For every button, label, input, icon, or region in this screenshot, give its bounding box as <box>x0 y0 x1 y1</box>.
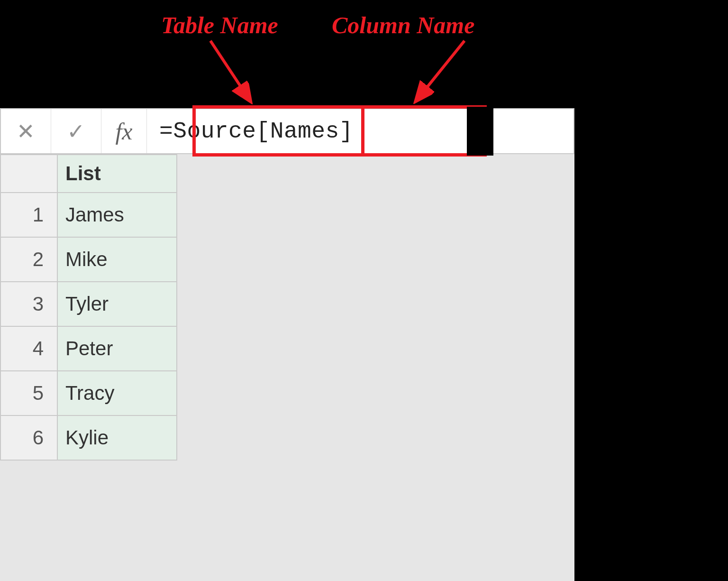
check-icon: ✓ <box>67 119 85 144</box>
formula-prefix: = <box>159 119 173 144</box>
table-row: 6 Kylie <box>0 415 177 460</box>
annotation-column-name: Column Name <box>332 11 474 39</box>
cell-value[interactable]: James <box>57 193 177 237</box>
row-number[interactable]: 4 <box>0 326 57 371</box>
formula-table-name: Source <box>173 119 256 144</box>
row-number[interactable]: 3 <box>0 282 57 326</box>
table-row: 2 Mike <box>0 237 177 282</box>
cell-value[interactable]: Kylie <box>57 415 177 460</box>
bracket-open: [ <box>256 119 270 144</box>
close-icon: ✕ <box>17 119 35 144</box>
table-row: 5 Tracy <box>0 371 177 415</box>
bracket-close: ] <box>339 119 353 144</box>
cell-value[interactable]: Tyler <box>57 282 177 326</box>
arrow-column-icon <box>408 38 483 114</box>
annotation-backdrop <box>0 0 574 108</box>
fx-icon: fx <box>115 118 132 145</box>
table-row: 1 James <box>0 193 177 237</box>
formula-column-name: Names <box>270 119 339 144</box>
enter-button[interactable]: ✓ <box>51 109 101 153</box>
table-row: 3 Tyler <box>0 282 177 326</box>
mask-right <box>467 107 493 156</box>
formula-input[interactable]: = Source[Names] <box>147 109 573 153</box>
grid-background <box>176 154 574 581</box>
row-number[interactable]: 2 <box>0 237 57 282</box>
row-number[interactable]: 6 <box>0 415 57 460</box>
grid-corner <box>0 155 57 193</box>
column-header[interactable]: List <box>57 155 177 193</box>
function-button[interactable]: fx <box>101 109 147 153</box>
editor-area: ✕ ✓ fx = Source[Names] List 1 James 2 Mi… <box>0 0 574 581</box>
arrow-table-icon <box>204 38 280 114</box>
row-number[interactable]: 1 <box>0 193 57 237</box>
cell-value[interactable]: Peter <box>57 326 177 371</box>
svg-line-1 <box>417 41 464 100</box>
cell-value[interactable]: Mike <box>57 237 177 282</box>
annotation-table-name: Table Name <box>161 11 278 39</box>
cell-value[interactable]: Tracy <box>57 371 177 415</box>
preview-grid: List 1 James 2 Mike 3 Tyler 4 Peter 5 Tr… <box>0 154 177 461</box>
table-row: 4 Peter <box>0 326 177 371</box>
cancel-button[interactable]: ✕ <box>1 109 51 153</box>
row-number[interactable]: 5 <box>0 371 57 415</box>
svg-line-0 <box>210 41 249 100</box>
